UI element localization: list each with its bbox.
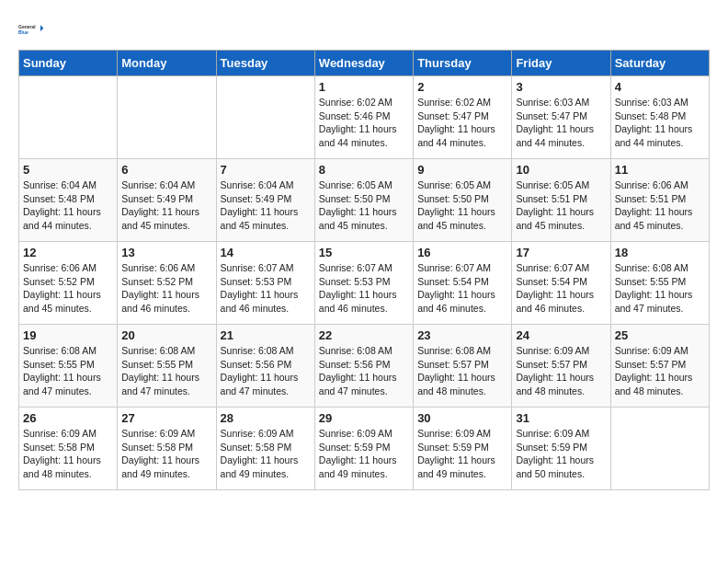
day-number: 30 bbox=[417, 411, 507, 425]
day-info: Sunrise: 6:09 AM Sunset: 5:57 PM Dayligh… bbox=[516, 344, 606, 398]
weekday-header-saturday: Saturday bbox=[610, 51, 709, 76]
calendar-cell: 1Sunrise: 6:02 AM Sunset: 5:46 PM Daylig… bbox=[314, 76, 413, 159]
day-number: 20 bbox=[121, 328, 211, 342]
day-info: Sunrise: 6:09 AM Sunset: 5:59 PM Dayligh… bbox=[516, 427, 606, 481]
calendar-cell: 5Sunrise: 6:04 AM Sunset: 5:48 PM Daylig… bbox=[19, 159, 118, 242]
weekday-header-friday: Friday bbox=[512, 51, 610, 76]
calendar-cell: 30Sunrise: 6:09 AM Sunset: 5:59 PM Dayli… bbox=[414, 408, 512, 490]
day-number: 2 bbox=[417, 80, 507, 94]
calendar-cell: 10Sunrise: 6:05 AM Sunset: 5:51 PM Dayli… bbox=[512, 159, 610, 242]
calendar-table: SundayMondayTuesdayWednesdayThursdayFrid… bbox=[18, 50, 710, 490]
day-number: 1 bbox=[319, 80, 409, 94]
weekday-header-wednesday: Wednesday bbox=[314, 51, 413, 76]
day-number: 8 bbox=[319, 163, 409, 177]
calendar-cell: 11Sunrise: 6:06 AM Sunset: 5:51 PM Dayli… bbox=[610, 159, 709, 242]
calendar-cell: 25Sunrise: 6:09 AM Sunset: 5:57 PM Dayli… bbox=[610, 325, 709, 408]
weekday-header-sunday: Sunday bbox=[19, 51, 118, 76]
calendar-cell bbox=[610, 408, 709, 490]
calendar-week-row: 12Sunrise: 6:06 AM Sunset: 5:52 PM Dayli… bbox=[19, 242, 710, 325]
calendar-cell: 3Sunrise: 6:03 AM Sunset: 5:47 PM Daylig… bbox=[512, 76, 610, 159]
day-number: 12 bbox=[23, 246, 113, 259]
day-number: 18 bbox=[615, 246, 705, 259]
calendar-cell: 29Sunrise: 6:09 AM Sunset: 5:59 PM Dayli… bbox=[314, 408, 413, 490]
calendar-cell: 28Sunrise: 6:09 AM Sunset: 5:58 PM Dayli… bbox=[216, 408, 314, 490]
day-number: 28 bbox=[221, 411, 311, 425]
day-number: 25 bbox=[615, 328, 705, 342]
weekday-header-thursday: Thursday bbox=[414, 51, 512, 76]
calendar-cell: 9Sunrise: 6:05 AM Sunset: 5:50 PM Daylig… bbox=[414, 159, 512, 242]
calendar-cell: 31Sunrise: 6:09 AM Sunset: 5:59 PM Dayli… bbox=[512, 408, 610, 490]
day-number: 31 bbox=[516, 411, 606, 425]
day-number: 11 bbox=[615, 163, 705, 177]
day-number: 14 bbox=[221, 246, 311, 259]
calendar-cell: 26Sunrise: 6:09 AM Sunset: 5:58 PM Dayli… bbox=[19, 408, 118, 490]
day-info: Sunrise: 6:09 AM Sunset: 5:59 PM Dayligh… bbox=[417, 427, 507, 481]
day-info: Sunrise: 6:03 AM Sunset: 5:48 PM Dayligh… bbox=[615, 96, 705, 150]
calendar-cell: 8Sunrise: 6:05 AM Sunset: 5:50 PM Daylig… bbox=[314, 159, 413, 242]
day-info: Sunrise: 6:08 AM Sunset: 5:55 PM Dayligh… bbox=[23, 344, 113, 398]
day-number: 10 bbox=[516, 163, 606, 177]
day-info: Sunrise: 6:07 AM Sunset: 5:53 PM Dayligh… bbox=[221, 261, 311, 316]
calendar-cell: 12Sunrise: 6:06 AM Sunset: 5:52 PM Dayli… bbox=[19, 242, 118, 325]
day-number: 27 bbox=[121, 411, 211, 425]
day-number: 16 bbox=[417, 246, 507, 259]
day-number: 6 bbox=[121, 163, 211, 177]
day-info: Sunrise: 6:08 AM Sunset: 5:57 PM Dayligh… bbox=[417, 344, 507, 398]
weekday-header-tuesday: Tuesday bbox=[216, 51, 314, 76]
svg-marker-2 bbox=[40, 25, 43, 31]
day-number: 24 bbox=[516, 328, 606, 342]
day-info: Sunrise: 6:02 AM Sunset: 5:46 PM Dayligh… bbox=[319, 96, 409, 150]
calendar-cell: 14Sunrise: 6:07 AM Sunset: 5:53 PM Dayli… bbox=[216, 242, 314, 325]
calendar-cell: 24Sunrise: 6:09 AM Sunset: 5:57 PM Dayli… bbox=[512, 325, 610, 408]
page-header: GeneralBlue bbox=[18, 18, 710, 40]
calendar-cell: 27Sunrise: 6:09 AM Sunset: 5:58 PM Dayli… bbox=[118, 408, 216, 490]
day-info: Sunrise: 6:09 AM Sunset: 5:58 PM Dayligh… bbox=[23, 427, 113, 481]
day-number: 5 bbox=[23, 163, 113, 177]
day-info: Sunrise: 6:09 AM Sunset: 5:58 PM Dayligh… bbox=[221, 427, 311, 481]
calendar-cell bbox=[216, 76, 314, 159]
day-info: Sunrise: 6:05 AM Sunset: 5:50 PM Dayligh… bbox=[319, 178, 409, 233]
calendar-cell: 16Sunrise: 6:07 AM Sunset: 5:54 PM Dayli… bbox=[414, 242, 512, 325]
calendar-cell bbox=[118, 76, 216, 159]
calendar-cell: 2Sunrise: 6:02 AM Sunset: 5:47 PM Daylig… bbox=[414, 76, 512, 159]
calendar-cell: 20Sunrise: 6:08 AM Sunset: 5:55 PM Dayli… bbox=[118, 325, 216, 408]
calendar-week-row: 5Sunrise: 6:04 AM Sunset: 5:48 PM Daylig… bbox=[19, 159, 710, 242]
day-info: Sunrise: 6:08 AM Sunset: 5:56 PM Dayligh… bbox=[319, 344, 409, 398]
calendar-cell: 18Sunrise: 6:08 AM Sunset: 5:55 PM Dayli… bbox=[610, 242, 709, 325]
day-info: Sunrise: 6:08 AM Sunset: 5:56 PM Dayligh… bbox=[221, 344, 311, 398]
day-info: Sunrise: 6:06 AM Sunset: 5:52 PM Dayligh… bbox=[23, 261, 113, 316]
weekday-header-monday: Monday bbox=[118, 51, 216, 76]
day-number: 9 bbox=[417, 163, 507, 177]
day-number: 29 bbox=[319, 411, 409, 425]
calendar-cell: 17Sunrise: 6:07 AM Sunset: 5:54 PM Dayli… bbox=[512, 242, 610, 325]
day-number: 23 bbox=[417, 328, 507, 342]
day-info: Sunrise: 6:03 AM Sunset: 5:47 PM Dayligh… bbox=[516, 96, 606, 150]
calendar-cell: 22Sunrise: 6:08 AM Sunset: 5:56 PM Dayli… bbox=[314, 325, 413, 408]
day-number: 19 bbox=[23, 328, 113, 342]
day-info: Sunrise: 6:04 AM Sunset: 5:49 PM Dayligh… bbox=[221, 178, 311, 233]
calendar-cell: 15Sunrise: 6:07 AM Sunset: 5:53 PM Dayli… bbox=[314, 242, 413, 325]
day-info: Sunrise: 6:07 AM Sunset: 5:54 PM Dayligh… bbox=[417, 261, 507, 316]
calendar-cell: 23Sunrise: 6:08 AM Sunset: 5:57 PM Dayli… bbox=[414, 325, 512, 408]
calendar-week-row: 1Sunrise: 6:02 AM Sunset: 5:46 PM Daylig… bbox=[19, 76, 710, 159]
day-info: Sunrise: 6:06 AM Sunset: 5:52 PM Dayligh… bbox=[121, 261, 211, 316]
calendar-cell: 7Sunrise: 6:04 AM Sunset: 5:49 PM Daylig… bbox=[216, 159, 314, 242]
day-info: Sunrise: 6:09 AM Sunset: 5:57 PM Dayligh… bbox=[615, 344, 705, 398]
calendar-cell: 4Sunrise: 6:03 AM Sunset: 5:48 PM Daylig… bbox=[610, 76, 709, 159]
day-number: 4 bbox=[615, 80, 705, 94]
calendar-cell: 21Sunrise: 6:08 AM Sunset: 5:56 PM Dayli… bbox=[216, 325, 314, 408]
day-info: Sunrise: 6:05 AM Sunset: 5:50 PM Dayligh… bbox=[417, 178, 507, 233]
day-info: Sunrise: 6:07 AM Sunset: 5:53 PM Dayligh… bbox=[319, 261, 409, 316]
day-info: Sunrise: 6:08 AM Sunset: 5:55 PM Dayligh… bbox=[615, 261, 705, 316]
day-number: 7 bbox=[221, 163, 311, 177]
logo: GeneralBlue bbox=[18, 18, 46, 40]
day-number: 17 bbox=[516, 246, 606, 259]
calendar-cell: 19Sunrise: 6:08 AM Sunset: 5:55 PM Dayli… bbox=[19, 325, 118, 408]
day-info: Sunrise: 6:04 AM Sunset: 5:48 PM Dayligh… bbox=[23, 178, 113, 233]
day-info: Sunrise: 6:09 AM Sunset: 5:59 PM Dayligh… bbox=[319, 427, 409, 481]
day-number: 22 bbox=[319, 328, 409, 342]
calendar-week-row: 26Sunrise: 6:09 AM Sunset: 5:58 PM Dayli… bbox=[19, 408, 710, 490]
day-info: Sunrise: 6:04 AM Sunset: 5:49 PM Dayligh… bbox=[121, 178, 211, 233]
day-number: 3 bbox=[516, 80, 606, 94]
logo-icon: GeneralBlue bbox=[18, 18, 46, 40]
